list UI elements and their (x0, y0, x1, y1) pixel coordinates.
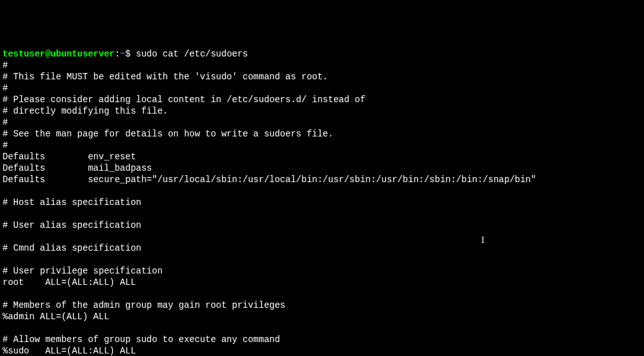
output-line: # This file MUST be edited with the 'vis… (3, 72, 328, 82)
output-line: # (3, 140, 8, 150)
prompt-user-host: testuser@ubuntuserver (3, 49, 114, 59)
output-line: Defaults env_reset (3, 152, 136, 162)
output-line: # Allow members of group sudo to execute… (3, 334, 280, 345)
output-line: %admin ALL=(ALL) ALL (3, 312, 109, 322)
output-line: # (3, 117, 8, 128)
output-line: # (3, 83, 8, 93)
output-line: # Host alias specification (3, 197, 141, 208)
output-line: # See the man page for details on how to… (3, 129, 333, 139)
terminal-prompt[interactable]: testuser@ubuntuserver:~$ sudo cat /etc/s… (3, 49, 248, 59)
prompt-colon: : (114, 49, 119, 59)
output-line: Defaults mail_badpass (3, 163, 152, 173)
output-line: %sudo ALL=(ALL:ALL) ALL (3, 346, 136, 356)
command-text: sudo cat /etc/sudoers (136, 49, 248, 59)
output-line: # User alias specification (3, 220, 141, 230)
output-line: # Please consider adding local content i… (3, 95, 365, 105)
output-line: root ALL=(ALL:ALL) ALL (3, 277, 136, 287)
output-line: Defaults secure_path="/usr/local/sbin:/u… (3, 175, 536, 185)
output-line: # Cmnd alias specification (3, 243, 141, 253)
output-line: # (3, 60, 8, 70)
output-line: # Members of the admin group may gain ro… (3, 300, 285, 310)
output-line: # User privilege specification (3, 266, 163, 276)
prompt-path: ~ (120, 49, 125, 59)
output-line: # directly modifying this file. (3, 106, 168, 116)
text-cursor-icon: I (481, 235, 485, 246)
prompt-dollar: $ (125, 49, 136, 59)
